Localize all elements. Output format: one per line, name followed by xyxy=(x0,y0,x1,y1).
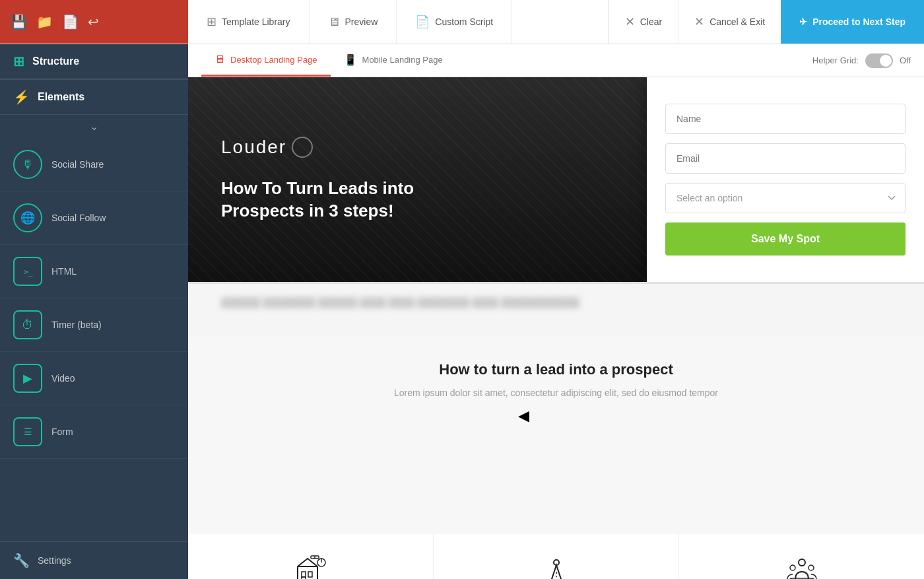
proceed-button[interactable]: ✈ Proceed to Next Step xyxy=(781,0,924,44)
svg-rect-1 xyxy=(302,572,306,577)
template-library-button[interactable]: ⊞ Template Library xyxy=(188,0,310,44)
svg-rect-2 xyxy=(308,572,312,577)
clear-label: Clear xyxy=(640,17,662,27)
toolbar-right-panel: ✕ Clear ✕ Cancel & Exit ✈ Proceed to Nex… xyxy=(609,0,924,44)
sidebar-item-social-share[interactable]: 🎙 Social Share xyxy=(0,138,188,191)
sidebar-item-timer[interactable]: ⏱ Timer (beta) xyxy=(0,298,188,352)
hero-logo: Louder xyxy=(221,137,313,158)
content-headline: How to turn a lead into a prospect xyxy=(221,361,891,378)
custom-script-button[interactable]: 📄 Custom Script xyxy=(397,0,512,44)
sidebar-item-html[interactable]: >_ HTML xyxy=(0,245,188,298)
actionable-takeaways-icon xyxy=(538,553,575,579)
video-icon: ▶ xyxy=(13,364,42,393)
feature-actionable-takeaways: Actionable Takeaways xyxy=(434,533,679,579)
structure-label: Structure xyxy=(32,55,79,67)
view-tabs: 🖥 Desktop Landing Page 📱 Mobile Landing … xyxy=(201,44,456,77)
form-icon: ☰ xyxy=(13,417,42,446)
mobile-tab[interactable]: 📱 Mobile Landing Page xyxy=(331,44,456,77)
logo-circle xyxy=(292,137,313,158)
desktop-icon: 🖥 xyxy=(214,53,225,65)
html-icon: >_ xyxy=(13,257,42,286)
helper-grid-toggle[interactable] xyxy=(865,53,893,68)
preview-button[interactable]: 🖥 Preview xyxy=(310,0,397,44)
content-subtext: Lorem ipsum dolor sit amet, consectetur … xyxy=(221,388,891,398)
svg-point-10 xyxy=(799,559,805,566)
sidebar-settings-item[interactable]: 🔧 Settings xyxy=(0,541,188,579)
blurred-section: ██████ ████████ ██████ ████ ████ ███████… xyxy=(188,282,924,335)
helper-grid-state: Off xyxy=(900,55,911,65)
proceed-icon: ✈ xyxy=(799,17,807,27)
preview-label: Preview xyxy=(345,17,378,27)
mobile-icon: 📱 xyxy=(344,53,357,66)
sidebar-items-list: 🎙 Social Share 🌐 Social Follow >_ HTML ⏱… xyxy=(0,138,188,541)
svg-rect-0 xyxy=(298,566,317,579)
social-share-icon: 🎙 xyxy=(13,150,42,179)
helper-grid-label: Helper Grid: xyxy=(812,55,859,65)
html-label: HTML xyxy=(51,266,77,277)
desktop-tab[interactable]: 🖥 Desktop Landing Page xyxy=(201,44,331,77)
feature-build-anticipation: Build Anticipation xyxy=(188,533,434,579)
sidebar-elements-section[interactable]: ⚡ Elements xyxy=(0,79,188,115)
save-file-icon[interactable]: 📁 xyxy=(36,14,53,30)
timer-icon: ⏱ xyxy=(13,310,42,339)
elements-label: Elements xyxy=(38,91,84,103)
clear-button[interactable]: ✕ Clear xyxy=(609,0,678,44)
main-toolbar: 💾 📁 📄 ↩ ⊞ Template Library 🖥 Preview 📄 C… xyxy=(0,0,924,44)
template-icon: ⊞ xyxy=(207,15,216,29)
sidebar-item-video[interactable]: ▶ Video xyxy=(0,352,188,405)
landing-page-preview: Louder How To Turn Leads into Prospects … xyxy=(188,77,924,579)
helper-grid-control: Helper Grid: Off xyxy=(812,53,911,68)
hero-section: Louder How To Turn Leads into Prospects … xyxy=(188,77,924,282)
canvas-area: 🖥 Desktop Landing Page 📱 Mobile Landing … xyxy=(188,44,924,579)
settings-icon: 🔧 xyxy=(13,553,30,568)
desktop-tab-label: Desktop Landing Page xyxy=(230,55,317,65)
cancel-icon: ✕ xyxy=(694,15,704,29)
sidebar: ⊞ Structure ⚡ Elements ⌄ 🎙 Social Share … xyxy=(0,44,188,579)
cancel-exit-button[interactable]: ✕ Cancel & Exit xyxy=(678,0,781,44)
svg-point-11 xyxy=(790,565,795,570)
save-my-spot-button[interactable]: Save My Spot xyxy=(665,222,906,255)
logo-text: Louder xyxy=(221,137,286,158)
social-follow-label: Social Follow xyxy=(51,213,106,223)
form-label: Form xyxy=(51,426,73,437)
blurred-content: ██████ ████████ ██████ ████ ████ ███████… xyxy=(188,284,924,321)
cancel-exit-label: Cancel & Exit xyxy=(710,17,765,27)
hero-left-panel: Louder How To Turn Leads into Prospects … xyxy=(188,110,647,249)
settings-label: Settings xyxy=(38,555,71,566)
timer-label: Timer (beta) xyxy=(51,320,102,330)
toolbar-center-panel: ⊞ Template Library 🖥 Preview 📄 Custom Sc… xyxy=(188,0,609,44)
name-input[interactable] xyxy=(665,104,906,134)
sidebar-item-social-follow[interactable]: 🌐 Social Follow xyxy=(0,191,188,245)
svg-point-12 xyxy=(808,565,814,570)
structure-icon: ⊞ xyxy=(13,53,24,69)
save-icon[interactable]: 💾 xyxy=(11,14,27,30)
open-icon[interactable]: 📄 xyxy=(62,14,79,30)
content-section: How to turn a lead into a prospect Lorem… xyxy=(188,335,924,533)
social-share-label: Social Share xyxy=(51,159,104,170)
build-anticipation-icon xyxy=(292,553,329,579)
sidebar-item-form[interactable]: ☰ Form xyxy=(0,405,188,459)
script-icon: 📄 xyxy=(415,15,430,29)
undo-icon[interactable]: ↩ xyxy=(88,14,99,30)
video-label: Video xyxy=(51,373,75,384)
feature-sales-teams: Sales teams xyxy=(679,533,924,579)
chevron-down-icon: ⌄ xyxy=(90,120,98,133)
main-area: ⊞ Structure ⚡ Elements ⌄ 🎙 Social Share … xyxy=(0,44,924,579)
mobile-tab-label: Mobile Landing Page xyxy=(362,55,443,65)
template-library-label: Template Library xyxy=(222,17,290,27)
sub-toolbar: 🖥 Desktop Landing Page 📱 Mobile Landing … xyxy=(188,44,924,77)
collapse-row[interactable]: ⌄ xyxy=(0,115,188,138)
email-input[interactable] xyxy=(665,143,906,174)
features-row: Build Anticipation Actionab xyxy=(188,533,924,579)
social-follow-icon: 🌐 xyxy=(13,203,42,232)
hero-form-panel: Select an option Save My Spot xyxy=(647,77,924,282)
sales-teams-icon xyxy=(783,553,820,579)
toolbar-left-panel: 💾 📁 📄 ↩ xyxy=(0,0,188,44)
option-select[interactable]: Select an option xyxy=(665,183,906,213)
hero-headline: How To Turn Leads into Prospects in 3 st… xyxy=(221,178,472,222)
custom-script-label: Custom Script xyxy=(435,17,493,27)
sidebar-structure-section[interactable]: ⊞ Structure xyxy=(0,44,188,79)
elements-icon: ⚡ xyxy=(13,89,30,105)
preview-icon: 🖥 xyxy=(328,15,340,29)
clear-icon: ✕ xyxy=(625,15,635,29)
